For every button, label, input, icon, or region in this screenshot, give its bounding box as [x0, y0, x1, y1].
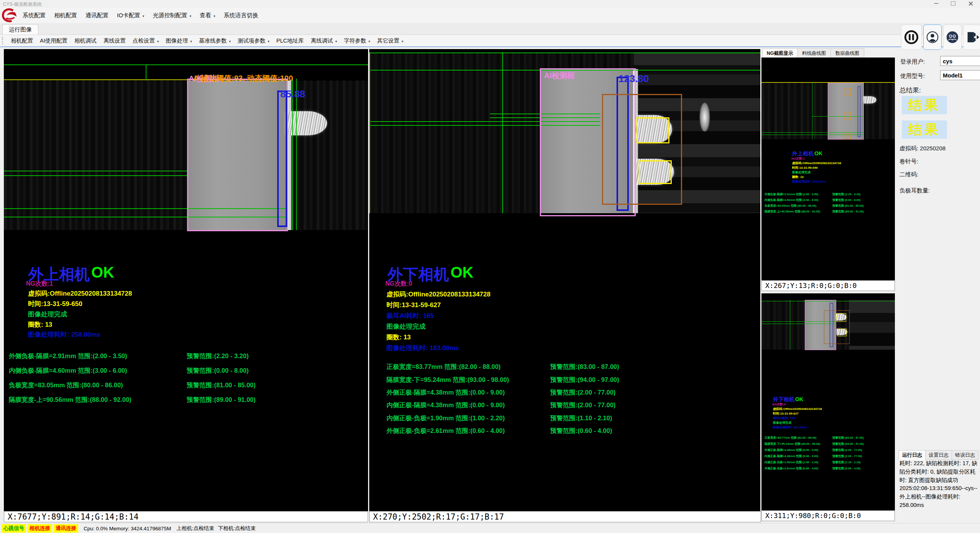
- menu-item-view[interactable]: 查看: [196, 10, 220, 21]
- measurement-warning: 预警范围:(81.00 - 85.00): [187, 381, 256, 390]
- measurement-text: 内侧正极-负极=1.90mm 范围:(1.00 - 2.20): [386, 414, 505, 423]
- thumb-camera-ok: OK: [795, 396, 803, 402]
- tool-plc-address[interactable]: PLC地址库: [273, 36, 307, 46]
- window-title: CYS-视觉检测系统: [3, 1, 42, 8]
- comm-connect-status: 通讯连接: [54, 524, 78, 533]
- thumb-warn: 预警范围:(89.00 - 91.00): [832, 210, 864, 214]
- tab-data-curve[interactable]: 数据曲线图: [830, 48, 864, 58]
- user-icon: [925, 30, 940, 44]
- camera-connect-status: 相机连接: [28, 524, 52, 533]
- thumb1-coordinate-text: X:267;Y:13;R:0;G:0;B:0: [765, 281, 857, 290]
- menu-item-language-switch[interactable]: 系统语言切换: [219, 10, 262, 21]
- process-done-text: 图像处理完成: [386, 322, 426, 331]
- roll-needle-label: 卷针号:: [899, 158, 918, 165]
- model-label: 使用型号:: [900, 72, 925, 80]
- measurement-text: 隔膜宽度-下=95.24mm 范围:(93.00 - 98.00): [386, 376, 509, 384]
- users-button[interactable]: [943, 25, 962, 50]
- tool-offline-debug[interactable]: 离线调试: [307, 36, 341, 46]
- ng-count-text: NG次数:0: [385, 280, 412, 288]
- thumb-time: 时间:13-31-59-627: [773, 411, 799, 416]
- right-camera-viewport[interactable]: AI检测框 123.80 外下相机 OK NG次数:0 虚拟码:Offline2…: [369, 49, 760, 511]
- result-badge-1: 结果: [902, 96, 947, 114]
- menu-item-comm-config[interactable]: 通讯配置: [81, 10, 113, 21]
- minimize-icon: [934, 3, 939, 4]
- thumb-warn: 预警范围:(94.00 - 97.00): [832, 442, 864, 446]
- virtual-code-text: 虚拟码:Offline20250208133134728: [386, 290, 490, 299]
- model-field[interactable]: [940, 70, 980, 80]
- tool-spot-check-setting[interactable]: 点检设置: [129, 36, 163, 46]
- tool-test-item-params[interactable]: 测试项参数: [234, 36, 273, 46]
- tab-error-log[interactable]: 错误日志: [952, 450, 978, 460]
- thumb-cost: 图像处理耗时: 183.00ms: [773, 425, 807, 429]
- metal-tab: [863, 96, 876, 104]
- login-user-field[interactable]: [940, 56, 980, 66]
- ai-detect-label: AI检测框: [544, 71, 575, 81]
- qr-code-label: 二维码:: [899, 171, 918, 178]
- thumb-measure: 外侧正极-隔膜=4.38mm 范围:(0.00 - 9.00): [765, 448, 818, 452]
- maximize-button[interactable]: [945, 0, 962, 7]
- menu-item-system-config[interactable]: 系统配置: [18, 10, 50, 21]
- login-user-label: 登录用户:: [900, 58, 925, 66]
- measure-rect: [858, 86, 860, 137]
- left-coordinate-text: X:7677;Y:891;R:14;G:14;B:14: [8, 512, 138, 521]
- pause-button[interactable]: [901, 25, 922, 50]
- tab-detect-box: [837, 313, 846, 322]
- tab-run-image[interactable]: 运行图像: [2, 24, 38, 35]
- tab-run-log[interactable]: 运行日志: [899, 450, 926, 460]
- loop-count-text: 圈数: 13: [386, 333, 411, 342]
- menu-item-io-card-config[interactable]: IO卡配置: [113, 10, 148, 21]
- measurement-text: 负极宽度=83.05mm 范围:(80.00 - 86.00): [9, 381, 123, 390]
- cpu-memory-text: Cpu: 0.0% Memory: 3424.41796875M: [84, 526, 171, 531]
- thumb-measure: 隔膜宽度-下=95.24mm 范围:(93.00 - 98.00): [765, 442, 820, 446]
- menu-item-camera-config[interactable]: 相机配置: [50, 10, 81, 21]
- tool-bar: 相机配置 AI使用配置 相机调试 离线设置 点检设置 图像处理 基准线参数 测试…: [0, 35, 980, 47]
- menu-item-light-control-config[interactable]: 光源控制配置: [148, 10, 196, 21]
- process-done-text: 图像处理完成: [28, 310, 67, 319]
- virtual-code-text: 虚拟码:Offline20250208133134728: [28, 289, 132, 298]
- measurement-text: 正极宽度=83.77mm 范围:(82.00 - 88.00): [386, 363, 501, 371]
- thumb-warn: 预警范围:(2.00 - 77.00): [832, 454, 862, 458]
- user-button[interactable]: [923, 25, 942, 50]
- thumb-measure: 内侧正极-负极=1.90mm 范围:(1.00 - 2.20): [765, 461, 818, 464]
- users-icon: [945, 30, 960, 44]
- measurement-warning: 预警范围:(83.00 - 87.00): [550, 363, 619, 371]
- tool-other-settings[interactable]: 其它设置: [374, 36, 407, 46]
- green-line: [4, 175, 187, 176]
- width-readout: 123.80: [618, 73, 649, 85]
- exit-button[interactable]: [963, 25, 980, 50]
- thumbnail-upper-camera[interactable]: 外上相机 OK NG次数:1 虚拟码:Offline20250208133134…: [761, 58, 895, 280]
- thumb-warn: 预警范围:(83.00 - 87.00): [832, 436, 864, 440]
- thumbnail-lower-camera[interactable]: 外下相机 OK NG次数:0 虚拟码:Offline20250208133134…: [761, 293, 895, 510]
- title-bar: CYS-视觉检测系统: [0, 0, 980, 8]
- close-button[interactable]: [962, 0, 979, 7]
- neg-tab-count-label: 负极耳数量:: [899, 187, 930, 194]
- middle-coordinate-bar: X:270;Y:2502;R:17;G:17;B:17: [369, 511, 761, 522]
- left-camera-viewport[interactable]: AI检测框 AI辅助阈值:93, 动态阈值:100 85.88 外上相机 OK …: [4, 49, 368, 511]
- camera-photo: [4, 81, 368, 230]
- thumb-vcode: 虚拟码:Offline20250208133134728: [792, 161, 841, 165]
- thumb-warn: 预警范围:(1.10 - 2.10): [832, 461, 860, 464]
- measurement-text: 外侧正极-隔膜=4.38mm 范围:(0.00 - 9.00): [386, 388, 505, 397]
- thumb-ng: NG次数:1: [791, 156, 805, 161]
- tool-char-params[interactable]: 字符参数: [340, 36, 374, 46]
- thumb-done: 图像处理完成: [773, 421, 791, 425]
- tool-camera-config[interactable]: 相机配置: [7, 36, 36, 46]
- menu-bar: 系统配置 相机配置 通讯配置 IO卡配置 光源控制配置 查看 系统语言切换: [0, 8, 980, 23]
- close-icon: [968, 1, 973, 6]
- tool-offline-setting[interactable]: 离线设置: [100, 36, 129, 46]
- result-badge-2: 结果: [902, 120, 947, 139]
- tool-image-process[interactable]: 图像处理: [162, 36, 196, 46]
- tool-camera-debug[interactable]: 相机调试: [71, 36, 100, 46]
- tab-line-curve[interactable]: 料线曲线图: [797, 48, 831, 58]
- ai-cost-text: 极耳AI耗时: 165: [386, 311, 434, 320]
- tool-baseline-params[interactable]: 基准线参数: [196, 36, 234, 46]
- app-window: CYS-视觉检测系统 系统配置 相机配置 通讯配置 IO卡配置 光源控制配置 查…: [0, 0, 980, 533]
- minimize-button[interactable]: [928, 0, 945, 7]
- tab-ng-snapshot[interactable]: NG截图显示: [762, 48, 797, 58]
- defect-box: [845, 88, 851, 96]
- thumb-camera-ok: OK: [814, 150, 822, 156]
- tool-ai-use-config[interactable]: AI使用配置: [36, 36, 71, 46]
- measurement-warning: 预警范围:(2.00 - 77.00): [550, 401, 616, 410]
- run-log-text[interactable]: 耗时: 222, 缺陷检测耗时: 17, 缺陷分类耗时: 0, 缺陷提取分区耗时…: [899, 459, 978, 531]
- tab-setting-log[interactable]: 设置日志: [925, 450, 952, 460]
